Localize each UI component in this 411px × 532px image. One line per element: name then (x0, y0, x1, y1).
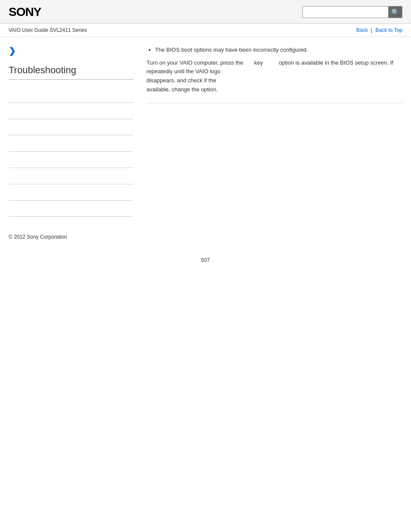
nav-separator: | (371, 27, 372, 33)
bullet-item-text: The BIOS boot options may have been inco… (155, 47, 308, 53)
content-section: The BIOS boot options may have been inco… (146, 46, 402, 103)
content-col-right: option is available in the BIOS setup sc… (279, 59, 402, 94)
nav-bar: VAIO User Guide SVL2411 Series Back | Ba… (0, 24, 411, 37)
list-item (9, 87, 134, 103)
page-header: SONY 🔍 (0, 0, 411, 24)
sidebar-nav-link-8[interactable] (9, 205, 134, 212)
sidebar-nav-link-7[interactable] (9, 189, 134, 196)
copyright-text: © 2012 Sony Corporation (9, 234, 67, 240)
sidebar-nav-link-3[interactable] (9, 124, 134, 131)
list-item (9, 135, 134, 152)
bullet-list: The BIOS boot options may have been inco… (146, 46, 402, 54)
list-item (9, 168, 134, 184)
sidebar: ❯ Troubleshooting (9, 46, 142, 217)
list-item (9, 184, 134, 201)
page-number: 507 (0, 249, 411, 272)
footer: © 2012 Sony Corporation (0, 225, 411, 249)
back-to-top-link[interactable]: Back to Top (376, 27, 402, 33)
search-icon: 🔍 (391, 8, 400, 16)
sidebar-nav (9, 87, 134, 217)
sony-logo: SONY (9, 5, 41, 19)
list-item (9, 201, 134, 217)
nav-links: Back | Back to Top (356, 27, 402, 33)
search-button[interactable]: 🔍 (389, 6, 402, 18)
sidebar-nav-link-2[interactable] (9, 107, 134, 115)
sidebar-nav-link-4[interactable] (9, 140, 134, 147)
content-row: Turn on your VAIO computer, press the ke… (146, 59, 402, 94)
content-col-left: Turn on your VAIO computer, press the ke… (146, 59, 270, 94)
list-item (9, 103, 134, 119)
list-item (9, 119, 134, 136)
content-area: The BIOS boot options may have been inco… (142, 46, 402, 217)
breadcrumb: VAIO User Guide SVL2411 Series (9, 27, 87, 33)
sidebar-nav-link-1[interactable] (9, 91, 134, 98)
back-link[interactable]: Back (356, 27, 368, 33)
chevron-right-icon: ❯ (9, 46, 134, 56)
list-item: The BIOS boot options may have been inco… (155, 46, 402, 54)
sidebar-title: Troubleshooting (9, 65, 134, 80)
search-container: 🔍 (302, 6, 402, 18)
search-input[interactable] (302, 6, 389, 18)
main-content: ❯ Troubleshooting The BIOS boot options … (0, 37, 411, 225)
sidebar-nav-link-5[interactable] (9, 156, 134, 163)
sidebar-nav-link-6[interactable] (9, 172, 134, 180)
list-item (9, 152, 134, 168)
